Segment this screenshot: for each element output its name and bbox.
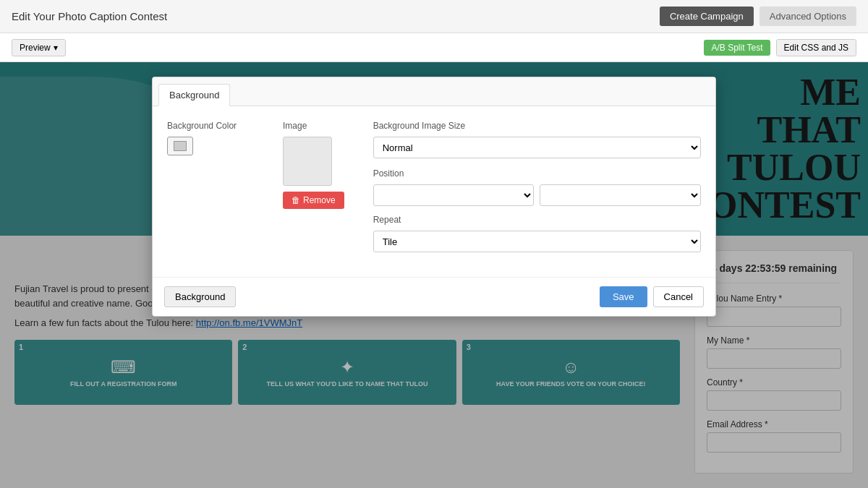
main-content: ME THAT TULOU CONTEST Name That Tulou Co… [0,62,868,488]
modal-overlay: Background Background Color Image [0,62,868,488]
modal-section: Background Color Image 🗑 Remove [167,121,701,262]
ab-split-test-button[interactable]: A/B Split Test [704,40,770,56]
repeat-select[interactable]: Tile No Repeat Repeat X Repeat Y [373,231,701,252]
modal-tabs: Background [153,77,715,106]
advanced-options-button[interactable]: Advanced Options [760,7,856,26]
remove-image-button[interactable]: 🗑 Remove [283,192,344,209]
position-x-select[interactable] [373,184,535,206]
save-button[interactable]: Save [600,286,647,307]
repeat-label: Repeat [373,215,701,225]
modal-body: Background Color Image 🗑 Remove [153,106,715,277]
cancel-button[interactable]: Cancel [653,286,704,307]
position-y-select[interactable] [540,184,701,206]
section-image: Image 🗑 Remove [283,121,344,209]
background-modal: Background Background Color Image [152,77,716,317]
preview-button[interactable]: Preview [12,39,66,56]
color-swatch-inner [174,141,187,151]
background-footer-button[interactable]: Background [164,286,236,307]
color-swatch[interactable] [167,137,193,155]
create-campaign-button[interactable]: Create Campaign [660,7,754,26]
modal-footer-right: Save Cancel [600,286,704,307]
edit-css-js-button[interactable]: Edit CSS and JS [776,39,856,56]
modal-footer: Background Save Cancel [153,277,715,316]
bg-image-size-label: Background Image Size [373,121,701,131]
section-bg-size: Background Image Size Normal Cover Conta… [373,121,701,262]
section-bg-color: Background Color [167,121,254,155]
position-label: Position [373,168,701,179]
image-label: Image [283,121,344,131]
tab-background[interactable]: Background [158,84,230,106]
bg-image-size-select[interactable]: Normal Cover Contain Auto [373,137,701,158]
top-bar-actions: Create Campaign Advanced Options [660,7,856,26]
secondary-bar: Preview A/B Split Test Edit CSS and JS [0,33,868,62]
bg-color-label: Background Color [167,121,254,131]
image-placeholder [283,137,332,186]
top-bar: Edit Your Photo Caption Contest Create C… [0,0,868,33]
page-title: Edit Your Photo Caption Contest [12,10,167,22]
position-row [373,184,701,206]
trash-icon: 🗑 [292,195,300,205]
